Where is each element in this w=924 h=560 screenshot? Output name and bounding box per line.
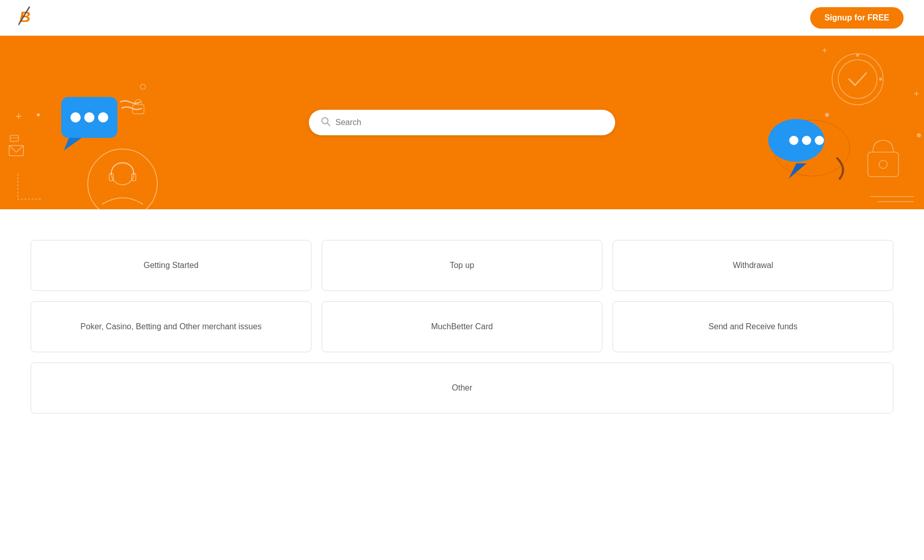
svg-point-23 (789, 136, 798, 145)
category-withdrawal[interactable]: Withdrawal (613, 240, 893, 291)
search-input[interactable] (335, 118, 603, 127)
hero-left-decoration: + (0, 36, 184, 209)
svg-line-19 (327, 123, 330, 126)
svg-text:+: + (15, 110, 22, 123)
svg-point-27 (838, 60, 877, 99)
svg-point-17 (140, 84, 145, 89)
svg-text:B: B (19, 8, 31, 25)
svg-point-6 (98, 112, 108, 123)
svg-point-16 (37, 113, 40, 116)
svg-point-31 (879, 160, 887, 168)
svg-text:+: + (822, 45, 828, 56)
svg-point-7 (88, 149, 157, 209)
svg-point-26 (832, 54, 883, 105)
logo-icon: B (18, 6, 39, 30)
categories-row-2: Poker, Casino, Betting and Other merchan… (31, 301, 893, 352)
category-poker-casino[interactable]: Poker, Casino, Betting and Other merchan… (31, 301, 311, 352)
svg-point-35 (917, 133, 921, 137)
svg-point-29 (879, 78, 882, 81)
category-send-receive[interactable]: Send and Receive funds (613, 301, 893, 352)
category-top-up[interactable]: Top up (322, 240, 602, 291)
search-icon (321, 117, 330, 128)
svg-text:+: + (914, 89, 919, 99)
categories-section: Getting Started Top up Withdrawal Poker,… (0, 209, 924, 434)
svg-point-28 (856, 54, 859, 57)
category-other[interactable]: Other (31, 362, 893, 413)
signup-button[interactable]: Signup for FREE (810, 7, 904, 29)
svg-rect-12 (10, 135, 18, 141)
category-getting-started[interactable]: Getting Started (31, 240, 311, 291)
categories-row-1: Getting Started Top up Withdrawal (31, 240, 893, 291)
svg-rect-30 (868, 152, 898, 177)
hero-right-decoration: + + (740, 36, 924, 209)
svg-point-5 (84, 112, 94, 123)
logo: B (20, 6, 39, 30)
header: B Signup for FREE (0, 0, 924, 36)
hero-banner: + (0, 36, 924, 209)
svg-point-4 (70, 112, 81, 123)
search-box (309, 110, 615, 135)
categories-row-3: Other (31, 362, 893, 413)
svg-point-34 (825, 113, 829, 117)
svg-point-25 (815, 136, 824, 145)
svg-marker-3 (64, 138, 82, 151)
svg-point-24 (802, 136, 811, 145)
category-muchbetter-card[interactable]: MuchBetter Card (322, 301, 602, 352)
search-container (309, 110, 615, 135)
